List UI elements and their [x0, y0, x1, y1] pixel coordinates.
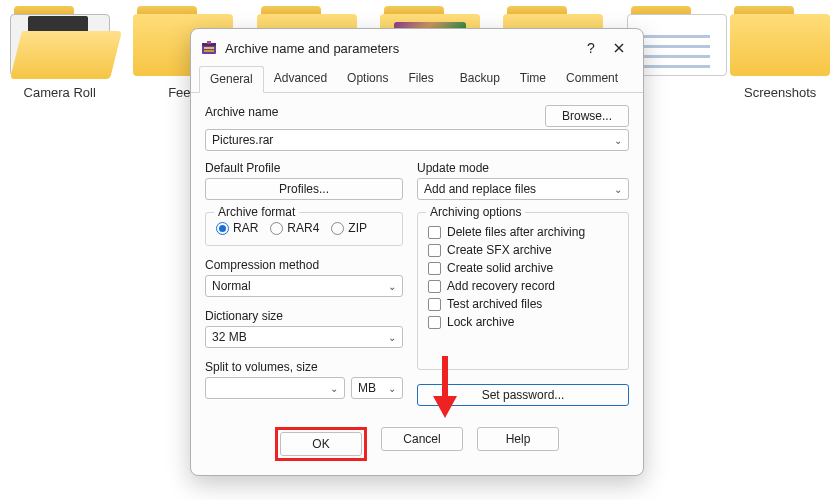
- format-zip-radio[interactable]: ZIP: [331, 221, 367, 235]
- help-titlebar-button[interactable]: ?: [577, 37, 605, 59]
- dialog-title: Archive name and parameters: [225, 41, 577, 56]
- archive-format-legend: Archive format: [214, 205, 299, 219]
- dictionary-value: 32 MB: [212, 330, 247, 344]
- folder-label: Camera Roll: [24, 85, 96, 100]
- chevron-down-icon: ⌄: [614, 135, 622, 146]
- checkbox-icon: [428, 280, 441, 293]
- compression-label: Compression method: [205, 258, 403, 272]
- folder-icon: [10, 4, 110, 79]
- split-unit-select[interactable]: MB ⌄: [351, 377, 403, 399]
- update-mode-value: Add and replace files: [424, 182, 536, 196]
- format-rar4-radio[interactable]: RAR4: [270, 221, 319, 235]
- dictionary-select[interactable]: 32 MB ⌄: [205, 326, 403, 348]
- archiving-options-fieldset: Archiving options Delete files after arc…: [417, 212, 629, 370]
- set-password-button[interactable]: Set password...: [417, 384, 629, 406]
- archive-name-label: Archive name: [205, 105, 278, 119]
- folder-label: Screenshots: [744, 85, 816, 100]
- svg-rect-2: [204, 47, 214, 49]
- help-button[interactable]: Help: [477, 427, 559, 451]
- checkbox-icon: [428, 262, 441, 275]
- dictionary-label: Dictionary size: [205, 309, 403, 323]
- checkbox-icon: [428, 226, 441, 239]
- close-button[interactable]: [605, 37, 633, 59]
- chevron-down-icon: ⌄: [388, 281, 396, 292]
- chevron-down-icon: ⌄: [388, 332, 396, 343]
- split-label: Split to volumes, size: [205, 360, 403, 374]
- split-size-select[interactable]: ⌄: [205, 377, 345, 399]
- tab-files[interactable]: Files: [398, 66, 443, 93]
- tab-options[interactable]: Options: [337, 66, 398, 93]
- compression-value: Normal: [212, 279, 251, 293]
- radio-icon: [216, 222, 229, 235]
- checkbox-icon: [428, 298, 441, 311]
- dialog-tabs: General Advanced Options Files Backup Ti…: [191, 65, 643, 93]
- ok-highlight-annotation: OK: [275, 427, 367, 461]
- winrar-icon: [201, 40, 217, 56]
- opt-delete-files[interactable]: Delete files after archiving: [428, 225, 618, 239]
- tab-time[interactable]: Time: [510, 66, 556, 93]
- chevron-down-icon: ⌄: [388, 383, 396, 394]
- tab-advanced[interactable]: Advanced: [264, 66, 337, 93]
- profiles-button[interactable]: Profiles...: [205, 178, 403, 200]
- radio-icon: [331, 222, 344, 235]
- opt-recovery-record[interactable]: Add recovery record: [428, 279, 618, 293]
- folder-screenshots[interactable]: Screenshots: [729, 0, 832, 100]
- svg-rect-3: [204, 50, 214, 52]
- cancel-button[interactable]: Cancel: [381, 427, 463, 451]
- compression-select[interactable]: Normal ⌄: [205, 275, 403, 297]
- svg-rect-4: [207, 41, 211, 44]
- update-mode-label: Update mode: [417, 161, 489, 175]
- archive-name-field[interactable]: Pictures.rar ⌄: [205, 129, 629, 151]
- dialog-body: Archive name Browse... Pictures.rar ⌄ De…: [191, 93, 643, 416]
- tab-comment[interactable]: Comment: [556, 66, 628, 93]
- default-profile-label: Default Profile: [205, 161, 280, 175]
- tab-backup[interactable]: Backup: [450, 66, 510, 93]
- archive-name-value: Pictures.rar: [212, 133, 273, 147]
- opt-create-solid[interactable]: Create solid archive: [428, 261, 618, 275]
- checkbox-icon: [428, 316, 441, 329]
- archiving-options-legend: Archiving options: [426, 205, 525, 219]
- browse-button[interactable]: Browse...: [545, 105, 629, 127]
- opt-create-sfx[interactable]: Create SFX archive: [428, 243, 618, 257]
- chevron-down-icon: ⌄: [330, 383, 338, 394]
- chevron-down-icon: ⌄: [614, 184, 622, 195]
- update-mode-select[interactable]: Add and replace files ⌄: [417, 178, 629, 200]
- ok-button[interactable]: OK: [280, 432, 362, 456]
- folder-camera-roll[interactable]: Camera Roll: [8, 0, 111, 100]
- opt-test-files[interactable]: Test archived files: [428, 297, 618, 311]
- archive-format-fieldset: Archive format RAR RAR4 ZIP: [205, 212, 403, 246]
- checkbox-icon: [428, 244, 441, 257]
- dialog-footer: OK Cancel Help: [191, 416, 643, 475]
- titlebar: Archive name and parameters ?: [191, 29, 643, 65]
- opt-lock-archive[interactable]: Lock archive: [428, 315, 618, 329]
- radio-icon: [270, 222, 283, 235]
- tab-general[interactable]: General: [199, 66, 264, 93]
- folder-icon: [730, 4, 830, 79]
- format-rar-radio[interactable]: RAR: [216, 221, 258, 235]
- archive-dialog: Archive name and parameters ? General Ad…: [190, 28, 644, 476]
- split-unit: MB: [358, 381, 376, 395]
